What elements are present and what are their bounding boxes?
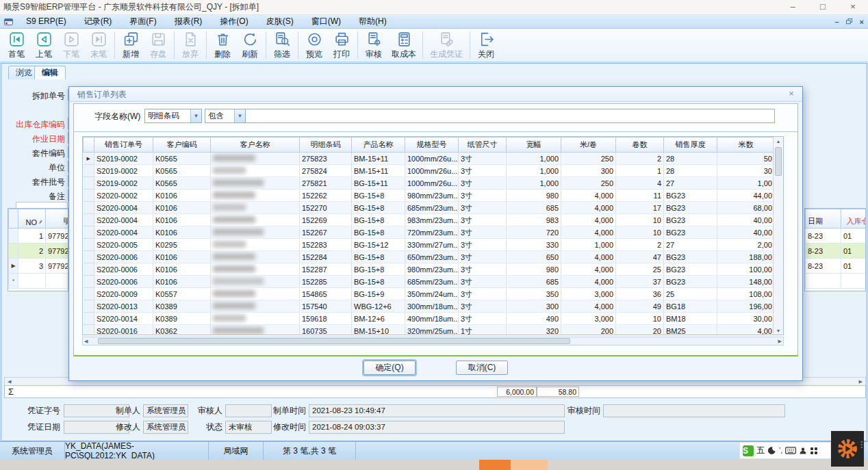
person-icon[interactable] <box>799 447 807 455</box>
filter-button[interactable]: 筛选 <box>268 29 296 62</box>
table-row[interactable]: 2 97792 <box>9 244 69 259</box>
scroll-up-icon[interactable]: ▲ <box>774 137 783 146</box>
menu-item[interactable]: 窗口(W) <box>303 15 350 28</box>
scroll-right-icon[interactable]: ▶ <box>778 339 782 344</box>
scroll-down-icon[interactable]: ▼ <box>774 326 783 335</box>
filter-value-input[interactable] <box>245 109 775 123</box>
grid-vscrollbar[interactable]: ▲ ▼ <box>773 137 783 335</box>
table-row[interactable]: 8-23 01 <box>806 259 867 274</box>
table-row[interactable]: S2019-0002 K0565 275824 BM-15+11 1000mm/… <box>84 165 775 177</box>
table-row[interactable]: S2019-0002 K0565 275821 BG-15+11 1000mm/… <box>84 177 775 190</box>
table-row[interactable]: 1 97792 <box>9 229 69 244</box>
grid-column-header[interactable]: 明细条码 <box>300 138 352 153</box>
scroll-left-icon[interactable]: ◀ <box>5 379 14 384</box>
mdi-minimize-icon[interactable]: – <box>834 18 839 26</box>
table-row[interactable]: S2020-0009 K0557 154865 BG-15+9 350mm/24… <box>84 288 775 300</box>
detail-grid-right: 日期 入库仓库 8-23 01 8-23 01 8-23 01 <box>804 208 866 291</box>
taskbar-item[interactable] <box>511 460 548 470</box>
operator-select[interactable]: 包含 ▼ <box>205 109 246 123</box>
menu-item[interactable]: 操作(O) <box>211 15 257 28</box>
table-row[interactable]: S2020-0002 K0106 152262 BG-15+8 980mm/23… <box>84 190 775 202</box>
ok-button[interactable]: 确定(Q) <box>363 361 416 375</box>
col-no[interactable]: NO <box>18 209 46 229</box>
grid-column-header[interactable]: 纸管尺寸 <box>459 138 507 153</box>
col-date[interactable]: 日期 <box>806 209 841 229</box>
moon-icon[interactable] <box>767 446 776 455</box>
table-row[interactable]: S2020-0004 K0106 152270 BG-15+8 685mm/23… <box>84 202 775 214</box>
col-in-warehouse[interactable]: 入库仓库 <box>841 209 867 229</box>
grid-column-header[interactable]: 米数 <box>717 138 775 153</box>
table-row[interactable]: 8-23 01 <box>806 244 867 259</box>
table-row[interactable]: * <box>9 274 69 289</box>
grid-column-header[interactable]: 卷数 <box>616 138 664 153</box>
blurred-customer-name <box>213 253 255 260</box>
chevron-down-icon[interactable]: ▼ <box>190 109 201 122</box>
table-row[interactable]: S2020-0006 K0106 152284 BG-15+8 650mm/23… <box>84 251 775 263</box>
table-row[interactable]: S2020-0004 K0106 152267 BG-15+8 720mm/23… <box>84 226 775 239</box>
toolbox-grid-icon[interactable] <box>810 447 818 455</box>
close-form-button[interactable]: 关闭 <box>472 29 500 62</box>
vscroll-thumb[interactable] <box>775 147 782 176</box>
print-button[interactable]: 打印 <box>328 29 355 62</box>
menu-item[interactable]: 记录(R) <box>75 15 121 28</box>
grid-column-header[interactable]: 米/卷 <box>561 138 616 153</box>
minimize-button[interactable]: – <box>778 0 808 15</box>
new-button[interactable]: 新增 <box>117 29 144 62</box>
scroll-left-icon[interactable]: ◀ <box>84 339 88 344</box>
table-row[interactable]: ▶ 3 97792 <box>9 259 69 274</box>
blurred-customer-name <box>213 315 246 322</box>
first-record-button[interactable]: 首笔 <box>3 29 30 62</box>
punctuation-icon[interactable]: ’, <box>779 447 782 454</box>
wubi-icon[interactable]: 五 <box>756 445 765 456</box>
table-row[interactable]: S2020-0016 K0362 160735 BM-15+10 320mm/2… <box>84 325 775 336</box>
app-thumbnail[interactable]: ••• <box>831 431 864 467</box>
field-select[interactable]: 明细条码 ▼ <box>144 109 202 123</box>
chevron-down-icon[interactable]: ▼ <box>234 109 245 122</box>
table-row[interactable]: S2020-0014 K0389 159618 BM-12+6 490mm/18… <box>84 313 775 325</box>
audit-button[interactable]: 审核 <box>360 29 387 62</box>
grid-column-header[interactable]: 销售订单号 <box>94 138 153 153</box>
menu-item[interactable]: 界面(F) <box>120 15 165 28</box>
table-row[interactable]: S2020-0005 K0295 152283 BG-15+12 330mm/2… <box>84 239 775 251</box>
sales-order-dialog: 销售订单列表 × 字段名称(W) 明细条码 ▼ 包含 ▼ <box>68 86 803 381</box>
mdi-close-icon[interactable]: × <box>860 18 864 26</box>
grid-column-header[interactable]: 产品名称 <box>352 138 405 153</box>
mdi-restore-icon[interactable] <box>846 18 853 26</box>
refresh-button[interactable]: 刷新 <box>236 29 264 62</box>
close-button[interactable]: × <box>838 0 868 15</box>
grid-hscrollbar[interactable]: ◀ ▶ <box>82 337 784 345</box>
hscroll-thumb[interactable] <box>98 338 570 344</box>
scroll-right-icon[interactable]: ▶ <box>856 379 865 384</box>
prev-record-button[interactable]: 上笔 <box>30 29 58 62</box>
menu-item[interactable]: S9 ERP(E) <box>17 15 75 28</box>
col-detail-barcode[interactable]: 明细条码 <box>46 209 69 229</box>
table-row[interactable]: ▶ S2019-0002 K0565 275823 BM-15+11 1000m… <box>84 153 775 165</box>
table-row[interactable] <box>806 274 867 289</box>
grid-column-header[interactable]: 规格型号 <box>405 138 459 153</box>
taskbar-active-item[interactable] <box>479 460 511 470</box>
delete-button[interactable]: 删除 <box>209 29 236 62</box>
table-row[interactable]: S2020-0004 K0106 152269 BG-15+8 983mm/23… <box>84 214 775 226</box>
menu-item[interactable]: 帮助(H) <box>350 15 396 28</box>
preview-button[interactable]: 预览 <box>301 29 328 62</box>
grid-column-header[interactable]: 销售厚度 <box>664 138 717 153</box>
sogou-icon[interactable]: S <box>743 445 754 456</box>
menu-item[interactable]: 报表(R) <box>166 15 212 28</box>
keyboard-icon[interactable] <box>785 446 796 455</box>
grid-column-header[interactable]: 宽幅 <box>507 138 561 153</box>
pin-icon <box>37 219 43 225</box>
grid-column-header[interactable]: 客户名称 <box>211 138 300 153</box>
table-row[interactable]: S2020-0006 K0106 152287 BG-15+8 980mm/23… <box>84 263 775 276</box>
dialog-close-icon[interactable]: × <box>786 88 797 99</box>
table-row[interactable]: S2020-0013 K0389 157540 WBG-12+6 300mm/1… <box>84 300 775 313</box>
tab-edit[interactable]: 编辑 <box>34 66 66 79</box>
maximize-button[interactable]: □ <box>808 0 838 15</box>
menu-item[interactable]: 皮肤(S) <box>257 15 303 28</box>
table-row[interactable]: 8-23 01 <box>806 229 867 244</box>
grid-column-header[interactable]: 客户编码 <box>153 138 211 153</box>
get-cost-button[interactable]: 取成本 <box>387 29 420 62</box>
cancel-button[interactable]: 取消(C) <box>456 361 508 375</box>
filter-icon <box>268 31 296 48</box>
table-row[interactable]: S2020-0006 K0106 152285 BG-15+8 685mm/23… <box>84 276 775 288</box>
blurred-customer-name <box>213 290 255 297</box>
